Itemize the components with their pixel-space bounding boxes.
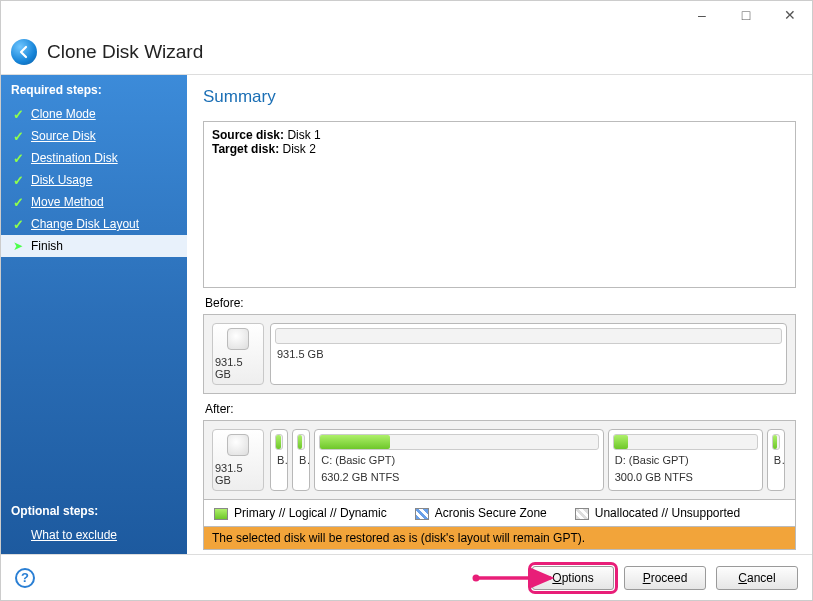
close-button[interactable]: ✕ — [768, 1, 812, 29]
summary-info-box: Source disk: Disk 1 Target disk: Disk 2 — [203, 121, 796, 288]
partition[interactable]: B... — [270, 429, 288, 491]
after-disk-panel: 931.5 GB B...B...C: (Basic GPT)630.2 GB … — [203, 420, 796, 500]
help-icon[interactable]: ? — [15, 568, 35, 588]
check-icon: ✓ — [11, 151, 25, 165]
before-disk-panel: 931.5 GB 931.5 GB — [203, 314, 796, 394]
sidebar-step-label: Move Method — [31, 195, 104, 209]
target-disk-value: Disk 2 — [282, 142, 315, 156]
source-disk-label: Source disk: — [212, 128, 284, 142]
partition-usage-bar — [275, 328, 782, 344]
check-icon: ✓ — [11, 173, 25, 187]
sidebar-step-clone-mode[interactable]: ✓Clone Mode — [1, 103, 187, 125]
legend-primary-label: Primary // Logical // Dynamic — [234, 506, 387, 520]
partition-detail: 630.2 GB NTFS — [315, 471, 603, 488]
sidebar-step-label: Source Disk — [31, 129, 96, 143]
partition-detail: 931.5 GB — [271, 348, 786, 365]
sidebar-step-source-disk[interactable]: ✓Source Disk — [1, 125, 187, 147]
check-icon: ✓ — [11, 107, 25, 121]
page-title: Summary — [203, 87, 796, 107]
partition[interactable]: C: (Basic GPT)630.2 GB NTFS — [314, 429, 604, 491]
partition[interactable]: B... — [292, 429, 310, 491]
after-disk-total: 931.5 GB — [215, 462, 261, 486]
partition[interactable]: 931.5 GB — [270, 323, 787, 385]
maximize-button[interactable]: □ — [724, 1, 768, 29]
partition-name: B... — [293, 454, 309, 471]
target-disk-label: Target disk: — [212, 142, 279, 156]
before-label: Before: — [205, 296, 796, 310]
partition-name: D: (Basic GPT) — [609, 454, 762, 471]
after-label: After: — [205, 402, 796, 416]
partition-usage-bar — [319, 434, 599, 450]
legend-zone-swatch — [415, 508, 429, 520]
partition-legend: Primary // Logical // Dynamic Acronis Se… — [203, 500, 796, 527]
back-icon[interactable] — [11, 39, 37, 65]
cancel-button[interactable]: Cancel — [716, 566, 798, 590]
before-disk-total: 931.5 GB — [215, 356, 261, 380]
restore-message: The selected disk will be restored as is… — [203, 527, 796, 550]
legend-unalloc-swatch — [575, 508, 589, 520]
titlebar: – □ ✕ — [1, 1, 812, 29]
check-icon: ✓ — [11, 195, 25, 209]
partition-usage-bar — [613, 434, 758, 450]
partition-detail: 300.0 GB NTFS — [609, 471, 762, 488]
sidebar-step-change-disk-layout[interactable]: ✓Change Disk Layout — [1, 213, 187, 235]
hard-disk-icon — [227, 434, 249, 456]
sidebar-step-label: Disk Usage — [31, 173, 92, 187]
partition-name: B... — [768, 454, 784, 471]
legend-zone-label: Acronis Secure Zone — [435, 506, 547, 520]
required-steps-heading: Required steps: — [1, 75, 187, 103]
partition-usage-bar — [275, 434, 283, 450]
current-step-icon: ➤ — [11, 239, 25, 253]
sidebar-step-label: Change Disk Layout — [31, 217, 139, 231]
options-button[interactable]: Options — [532, 566, 614, 590]
wizard-title: Clone Disk Wizard — [47, 41, 203, 63]
svg-point-1 — [473, 575, 480, 582]
check-icon: ✓ — [11, 129, 25, 143]
source-disk-value: Disk 1 — [287, 128, 320, 142]
wizard-main: Summary Source disk: Disk 1 Target disk:… — [187, 75, 812, 554]
partition-usage-bar — [772, 434, 780, 450]
partition[interactable]: D: (Basic GPT)300.0 GB NTFS — [608, 429, 763, 491]
partition-name: B... — [271, 454, 287, 471]
sidebar-step-disk-usage[interactable]: ✓Disk Usage — [1, 169, 187, 191]
optional-step-what-to-exclude[interactable]: What to exclude — [1, 524, 187, 554]
minimize-button[interactable]: – — [680, 1, 724, 29]
sidebar-step-move-method[interactable]: ✓Move Method — [1, 191, 187, 213]
partition-name: C: (Basic GPT) — [315, 454, 603, 471]
legend-primary-swatch — [214, 508, 228, 520]
options-button-rest: ptions — [562, 571, 594, 585]
sidebar-step-label: Finish — [31, 239, 63, 253]
disk-icon: 931.5 GB — [212, 323, 264, 385]
sidebar-step-label: Destination Disk — [31, 151, 118, 165]
proceed-button[interactable]: Proceed — [624, 566, 706, 590]
partition[interactable]: B... — [767, 429, 785, 491]
sidebar-step-destination-disk[interactable]: ✓Destination Disk — [1, 147, 187, 169]
optional-steps-heading: Optional steps: — [1, 498, 187, 524]
wizard-sidebar: Required steps: ✓Clone Mode✓Source Disk✓… — [1, 75, 187, 554]
wizard-footer: ? Options Proceed Cancel — [1, 554, 812, 600]
disk-icon: 931.5 GB — [212, 429, 264, 491]
check-icon: ✓ — [11, 217, 25, 231]
sidebar-step-label: Clone Mode — [31, 107, 96, 121]
hard-disk-icon — [227, 328, 249, 350]
sidebar-step-finish[interactable]: ➤Finish — [1, 235, 187, 257]
wizard-header: Clone Disk Wizard — [1, 29, 812, 75]
partition-usage-bar — [297, 434, 305, 450]
legend-unalloc-label: Unallocated // Unsupported — [595, 506, 740, 520]
